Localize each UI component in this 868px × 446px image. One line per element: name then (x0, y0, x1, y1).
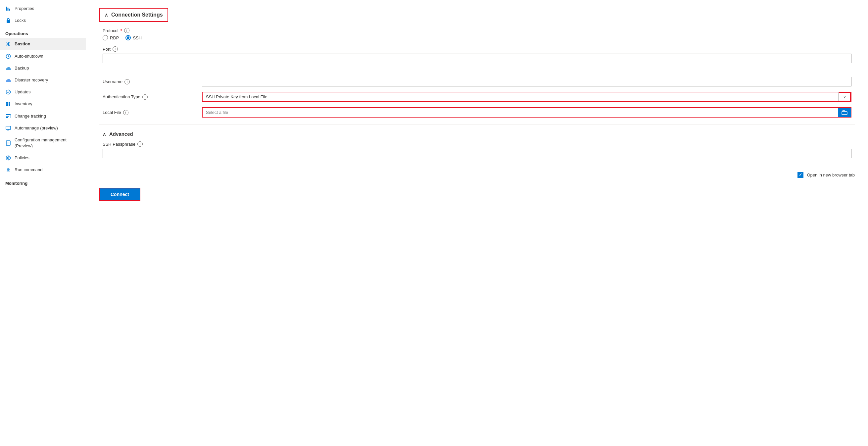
svg-point-33 (7, 168, 9, 171)
open-new-tab-row: Open in new browser tab (99, 172, 855, 178)
rdp-option[interactable]: RDP (103, 35, 119, 40)
username-input-col (202, 77, 851, 86)
local-file-info-icon[interactable]: i (123, 110, 128, 115)
updates-icon (5, 89, 11, 95)
auth-type-label-col: Authentication Type i (103, 94, 202, 100)
username-info-icon[interactable]: i (124, 79, 130, 84)
port-row: Port i 22 (103, 47, 851, 63)
auth-type-input-col: SSH Private Key from Local File Password… (202, 92, 851, 102)
sidebar-item-properties-label: Properties (14, 6, 34, 11)
locks-icon (5, 18, 11, 24)
divider-1 (99, 70, 855, 70)
svg-rect-18 (6, 117, 8, 118)
protocol-radio-group: RDP SSH (103, 35, 851, 40)
sidebar-item-locks[interactable]: Locks (0, 14, 86, 27)
sidebar-operations-heading: Operations (0, 27, 86, 38)
connection-settings-header[interactable]: ∧ Connection Settings (99, 8, 168, 22)
divider-2 (99, 124, 855, 124)
inventory-icon (5, 101, 11, 107)
advanced-header[interactable]: ∧ Advanced (103, 131, 851, 137)
local-file-label: Local File (103, 110, 121, 115)
sidebar-item-bastion-label: Bastion (14, 41, 30, 47)
credentials-section: Username i Authentication Type i SSH Pri… (99, 77, 855, 118)
username-row: Username i (103, 77, 851, 86)
footer-section: Open in new browser tab Connect (99, 172, 855, 201)
local-file-input-wrapper (202, 107, 851, 118)
open-new-tab-checkbox[interactable] (798, 172, 803, 178)
protocol-required: * (121, 28, 122, 33)
connection-settings-title: Connection Settings (111, 12, 163, 18)
svg-rect-3 (7, 20, 10, 23)
ssh-passphrase-input[interactable] (103, 149, 851, 158)
backup-icon (5, 65, 11, 71)
open-new-tab-label: Open in new browser tab (807, 173, 855, 177)
run-command-icon (5, 167, 11, 173)
ssh-passphrase-label: SSH Passphrase (103, 142, 135, 147)
svg-rect-0 (6, 7, 7, 10)
sidebar-item-run-command[interactable]: Run command (0, 164, 86, 176)
local-file-input[interactable] (203, 108, 838, 117)
connect-button[interactable]: Connect (100, 188, 140, 200)
rdp-label: RDP (110, 35, 119, 40)
local-file-browse-button[interactable] (838, 108, 851, 117)
main-content: ∧ Connection Settings Protocol * i RDP S… (86, 0, 868, 446)
sidebar-item-updates-label: Updates (14, 89, 30, 95)
port-input-wrapper: 22 (103, 54, 851, 63)
sidebar-item-configuration-management[interactable]: Configuration management (Preview) (0, 134, 86, 152)
connection-settings-chevron: ∧ (104, 12, 108, 18)
sidebar-item-updates[interactable]: Updates (0, 86, 86, 98)
auto-shutdown-icon (5, 53, 11, 59)
sidebar-item-configuration-management-label: Configuration management (Preview) (14, 137, 81, 149)
svg-line-10 (8, 56, 9, 57)
protocol-info-icon[interactable]: i (124, 28, 129, 33)
username-label-col: Username i (103, 79, 202, 84)
sidebar-item-auto-shutdown[interactable]: Auto-shutdown (0, 50, 86, 62)
svg-rect-19 (10, 114, 10, 118)
protocol-row: Protocol * i RDP SSH (103, 28, 851, 40)
port-input[interactable]: 22 (103, 54, 851, 63)
sidebar-item-disaster-recovery-label: Disaster recovery (14, 77, 48, 83)
port-label: Port (103, 47, 111, 52)
bastion-icon (5, 41, 11, 47)
sidebar-item-disaster-recovery[interactable]: Disaster recovery (0, 74, 86, 86)
local-file-input-col (202, 107, 851, 118)
svg-rect-20 (6, 126, 10, 129)
auth-type-row: Authentication Type i SSH Private Key fr… (103, 92, 851, 102)
auth-type-select[interactable]: SSH Private Key from Local File Password… (203, 92, 839, 101)
sidebar-item-run-command-label: Run command (14, 167, 43, 173)
svg-rect-16 (6, 114, 10, 115)
svg-rect-14 (6, 104, 8, 106)
auth-type-chevron-icon[interactable]: ∨ (839, 92, 851, 101)
sidebar-item-automanage[interactable]: Automanage (preview) (0, 122, 86, 134)
svg-rect-17 (6, 116, 9, 117)
advanced-section: ∧ Advanced SSH Passphrase i (99, 131, 855, 158)
configuration-management-icon (5, 140, 11, 146)
username-label: Username (103, 79, 123, 84)
sidebar-monitoring-heading: Monitoring (0, 176, 86, 188)
change-tracking-icon (5, 113, 11, 119)
sidebar-item-inventory[interactable]: Inventory (0, 98, 86, 110)
sidebar-item-properties[interactable]: Properties (0, 3, 86, 14)
username-input[interactable] (202, 77, 851, 86)
auth-type-info-icon[interactable]: i (142, 94, 148, 100)
sidebar-item-policies[interactable]: Policies (0, 152, 86, 164)
rdp-radio[interactable] (103, 35, 108, 40)
sidebar-item-automanage-label: Automanage (preview) (14, 125, 58, 131)
protocol-label: Protocol (103, 28, 119, 33)
ssh-radio[interactable] (125, 35, 131, 40)
sidebar-item-policies-label: Policies (14, 155, 29, 161)
sidebar-item-locks-label: Locks (14, 18, 26, 24)
auth-type-dropdown-wrapper: SSH Private Key from Local File Password… (202, 92, 851, 102)
port-label-row: Port i (103, 47, 851, 52)
divider-3 (99, 165, 855, 165)
port-info-icon[interactable]: i (113, 47, 118, 52)
sidebar-item-bastion[interactable]: Bastion (0, 38, 86, 50)
ssh-option[interactable]: SSH (125, 35, 142, 40)
sidebar: Properties Locks Operations Bastion (0, 0, 86, 446)
sidebar-item-inventory-label: Inventory (14, 101, 32, 107)
auth-type-label: Authentication Type (103, 94, 141, 99)
sidebar-item-change-tracking[interactable]: Change tracking (0, 110, 86, 122)
ssh-passphrase-info-icon[interactable]: i (137, 141, 143, 147)
sidebar-item-backup[interactable]: Backup (0, 62, 86, 74)
ssh-passphrase-label-row: SSH Passphrase i (103, 141, 851, 147)
